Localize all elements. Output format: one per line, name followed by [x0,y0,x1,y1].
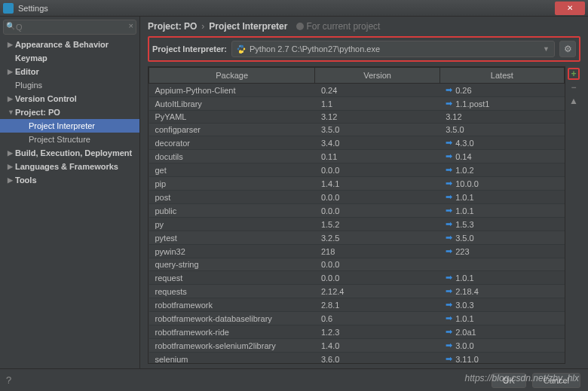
sidebar-item-languages-frameworks[interactable]: ▶Languages & Frameworks [0,160,139,173]
table-row[interactable]: pywin32218➡223 [149,245,565,258]
tree-arrow-icon: ▶ [8,149,15,157]
sidebar-item-plugins[interactable]: Plugins [0,78,139,92]
sidebar-item-editor[interactable]: ▶Editor [0,65,139,78]
pkg-latest: ➡1.0.1 [439,271,564,285]
sidebar-item-build-execution-deployment[interactable]: ▶Build, Execution, Deployment [0,146,139,160]
table-row[interactable]: public0.0.0➡1.0.1 [149,204,565,218]
upgrade-package-button[interactable]: ▲ [568,95,580,107]
table-row[interactable]: py1.5.2➡1.5.3 [149,218,565,231]
window-title: Settings [18,4,555,13]
table-row[interactable]: robotframework-ride1.2.3➡2.0a1 [149,325,565,339]
table-row[interactable]: post0.0.0➡1.0.1 [149,191,565,204]
pkg-latest: ➡3.0.0 [439,339,564,353]
table-row[interactable]: requests2.12.4➡2.18.4 [149,285,565,298]
packages-table-wrap[interactable]: Package Version Latest Appium-Python-Cli… [148,66,565,364]
pkg-name: robotframework-selenium2library [149,339,315,353]
pkg-latest: ➡2.18.4 [439,285,564,298]
pkg-name: py [149,218,315,231]
pkg-version: 3.4.0 [315,136,439,150]
breadcrumb-hint-text: For current project [306,21,380,32]
help-button[interactable]: ? [6,374,11,386]
interpreter-select[interactable]: Python 2.7 C:\Python27\python.exe ▼ [231,41,555,57]
sidebar-item-appearance-behavior[interactable]: ▶Appearance & Behavior [0,38,139,51]
tree-arrow-icon: ▶ [8,176,15,184]
main-panel: Project: PO › Project Interpreter For cu… [140,17,588,368]
pkg-latest-value: 1.0.1 [455,193,473,202]
table-row[interactable]: request0.0.0➡1.0.1 [149,271,565,285]
table-row[interactable]: robotframework-databaselibrary0.6➡1.0.1 [149,312,565,325]
table-row[interactable]: selenium3.6.0➡3.11.0 [149,353,565,365]
sidebar-item-keymap[interactable]: Keymap [0,51,139,65]
upgrade-available-icon: ➡ [446,151,452,161]
pkg-latest [439,258,564,271]
pkg-latest-value: 3.12 [446,112,461,121]
upgrade-available-icon: ➡ [446,286,452,296]
search-icon: 🔍 [6,22,15,30]
pkg-version: 1.2.3 [315,325,439,339]
pkg-version: 2.8.1 [315,298,439,312]
pkg-latest: ➡1.0.2 [439,163,564,177]
table-row[interactable]: robotframework2.8.1➡3.0.3 [149,298,565,312]
search-input[interactable] [3,20,136,35]
cancel-button[interactable]: Cancel [532,373,580,388]
pkg-latest-value: 4.3.0 [455,139,473,148]
table-row[interactable]: pytest3.2.5➡3.5.0 [149,231,565,245]
dialog-footer: ? OK Cancel [0,368,588,391]
close-button[interactable]: ✕ [555,2,585,15]
pkg-name: robotframework-ride [149,325,315,339]
remove-package-button[interactable]: − [568,81,580,93]
col-package[interactable]: Package [149,68,315,84]
table-row[interactable]: query-string0.0.0 [149,258,565,271]
table-row[interactable]: docutils0.11➡0.14 [149,150,565,163]
sidebar-item-tools[interactable]: ▶Tools [0,173,139,187]
table-row[interactable]: decorator3.4.0➡4.3.0 [149,136,565,150]
chevron-down-icon: ▼ [543,45,550,53]
pkg-latest-value: 1.0.1 [455,314,473,323]
pkg-version: 0.0.0 [315,271,439,285]
pkg-name: selenium [149,353,315,365]
sidebar-item-label: Appearance & Behavior [15,40,109,49]
sidebar-item-label: Tools [15,176,37,185]
pkg-version: 1.1 [315,97,439,111]
table-row[interactable]: pip1.4.1➡10.0.0 [149,177,565,191]
pkg-name: pywin32 [149,245,315,258]
table-row[interactable]: PyYAML3.123.12 [149,111,565,124]
pkg-version: 0.11 [315,150,439,163]
tree-arrow-icon: ▶ [8,41,15,48]
table-row[interactable]: robotframework-selenium2library1.4.0➡3.0… [149,339,565,353]
breadcrumb-hint: For current project [296,21,380,32]
upgrade-available-icon: ➡ [446,99,452,108]
pkg-version: 0.24 [315,84,439,97]
ok-button[interactable]: OK [492,373,526,388]
add-package-button[interactable]: + [568,68,580,80]
col-latest[interactable]: Latest [439,68,564,84]
sidebar-item-project-interpreter[interactable]: Project Interpreter [0,119,139,133]
sidebar-item-label: Project Interpreter [29,121,95,130]
pkg-name: configparser [149,124,315,136]
col-version[interactable]: Version [315,68,439,84]
pkg-version: 0.0.0 [315,191,439,204]
sidebar-item-version-control[interactable]: ▶Version Control [0,92,139,105]
interpreter-settings-button[interactable]: ⚙ [559,41,576,57]
upgrade-available-icon: ➡ [446,138,452,148]
settings-tree: ▶Appearance & BehaviorKeymap▶EditorPlugi… [0,38,139,368]
table-row[interactable]: configparser3.5.03.5.0 [149,124,565,136]
project-hint-icon [296,23,304,30]
pkg-name: public [149,204,315,218]
pkg-latest: ➡1.0.1 [439,312,564,325]
gear-icon: ⚙ [564,44,572,54]
table-row[interactable]: get0.0.0➡1.0.2 [149,163,565,177]
upgrade-available-icon: ➡ [446,341,452,350]
pkg-name: PyYAML [149,111,315,124]
sidebar-item-project-po[interactable]: ▼Project: PO [0,105,139,119]
titlebar: Settings ✕ [0,0,588,17]
clear-search-icon[interactable]: × [129,21,133,30]
table-row[interactable]: AutoItLibrary1.1➡1.1.post1 [149,97,565,111]
sidebar-item-project-structure[interactable]: Project Structure [0,133,139,146]
table-row[interactable]: Appium-Python-Client0.24➡0.26 [149,84,565,97]
pkg-version: 0.0.0 [315,163,439,177]
pkg-name: request [149,271,315,285]
pkg-name: AutoItLibrary [149,97,315,111]
upgrade-available-icon: ➡ [446,165,452,175]
sidebar-item-label: Build, Execution, Deployment [15,148,132,157]
